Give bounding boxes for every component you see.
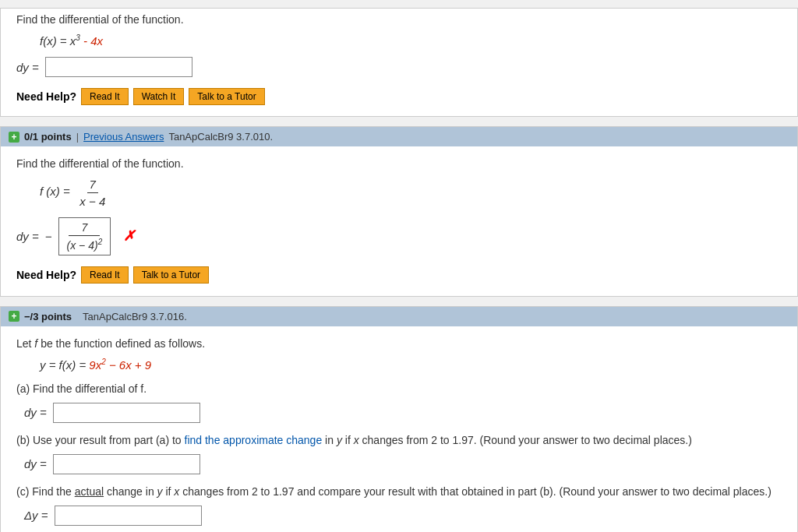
sep-2: | [76,131,79,143]
instruction-2: Find the differential of the function. [16,157,782,170]
instruction-3: Let f be the function defined as follows… [16,337,782,350]
part-a: (a) Find the differential of f. dy = [16,382,782,423]
dy-label-a: dy = [24,406,47,419]
need-help-label-1: Need Help? [16,90,76,103]
delta-y-input[interactable] [55,506,202,526]
fraction-display-2: 7 x − 4 [79,178,105,208]
points-2: 0/1 points [24,131,72,143]
answer-row-a: dy = [24,403,782,423]
dy-input-1[interactable] [45,57,192,77]
watch-it-btn-1[interactable]: Watch It [133,88,185,105]
function-red-part: - 4x [80,34,103,48]
dy-label-2: dy = [16,230,39,243]
function-display-1: f(x) = x3 - 4x [40,33,782,48]
problem-id-3: TanApCalcBr9 3.7.016. [83,311,187,322]
function-label-2: f (x) = [40,185,70,198]
problem-id-2: TanApCalcBr9 3.7.010. [168,131,273,143]
talk-tutor-btn-1[interactable]: Talk to a Tutor [189,88,264,105]
function-text-1: f(x) = x [40,34,76,48]
part-b: (b) Use your result from part (a) to fin… [16,434,782,474]
part-a-label: (a) Find the differential of f. [16,382,782,395]
x-mark-2: ✗ [123,227,135,245]
instruction-1: Find the differential of the function. [16,13,782,26]
delta-y-label: Δy = [24,509,48,522]
need-help-1: Need Help? Read It Watch It Talk to a Tu… [16,88,782,105]
problem-body-3: Let f be the function defined as follows… [1,326,797,532]
answer-row-c: Δy = [24,506,782,526]
need-help-label-2: Need Help? [16,269,76,281]
plus-icon-3: + [9,311,19,322]
points-3: −/3 points [24,311,72,322]
func-eq-3: y = f(x) = 9x2 − 6x + 9 [40,358,151,372]
problem-section-2: + 0/1 points | Previous Answers TanApCal… [0,126,798,297]
need-help-2: Need Help? Read It Talk to a Tutor [16,266,782,284]
talk-tutor-btn-2[interactable]: Talk to a Tutor [133,266,209,284]
function-display-3: y = f(x) = 9x2 − 6x + 9 [40,358,782,372]
dy-input-b[interactable] [53,454,200,474]
problem-header-3: + −/3 points TanApCalcBr9 3.7.016. [1,307,797,326]
read-it-btn-2[interactable]: Read It [81,266,129,284]
prev-answers-2[interactable]: Previous Answers [83,131,164,143]
dy-label-b: dy = [24,457,47,470]
part-c: (c) Find the actual change in y if x cha… [16,485,782,526]
read-it-btn-1[interactable]: Read It [81,88,129,105]
fraction-box-2: 7 (x − 4)2 [58,217,111,255]
answer-row-2: dy = − 7 (x − 4)2 ✗ [16,217,782,255]
problem-header-2: + 0/1 points | Previous Answers TanApCal… [1,127,797,146]
problem-section-3: + −/3 points TanApCalcBr9 3.7.016. Let f… [0,306,798,532]
frac-answer-box: − 7 (x − 4)2 [45,217,114,255]
neg-sign: − [45,230,52,243]
function-display-2: f (x) = 7 x − 4 [40,178,782,208]
part-b-label: (b) Use your result from part (a) to fin… [16,434,782,446]
answer-row-1: dy = [16,57,782,77]
dy-label-1: dy = [16,61,39,74]
frac-den-2: x − 4 [79,193,105,208]
frac-box-den-2: (x − 4)2 [67,238,103,252]
frac-box-num-2: 7 [69,221,100,236]
frac-num-2: 7 [87,178,98,193]
part-c-label: (c) Find the actual change in y if x cha… [16,485,782,498]
plus-icon-2: + [9,132,19,143]
problem-body-2: Find the differential of the function. f… [1,146,797,296]
dy-input-a[interactable] [53,403,200,423]
answer-row-b: dy = [24,454,782,474]
